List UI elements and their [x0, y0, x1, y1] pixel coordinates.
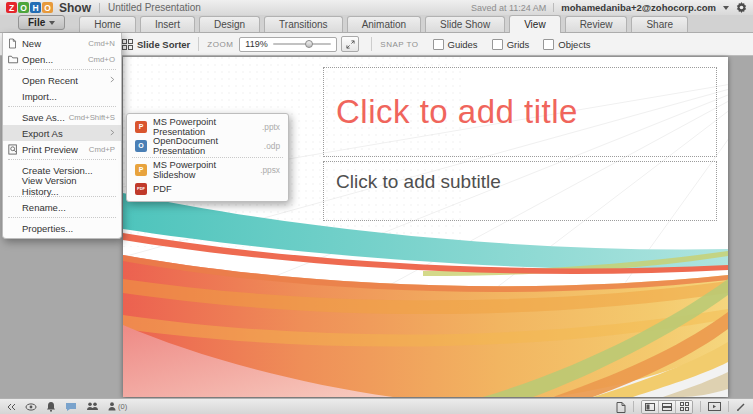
tab-view[interactable]: View: [509, 15, 561, 33]
title-placeholder[interactable]: Click to add title: [323, 67, 717, 157]
menu-item-label: Open...: [22, 54, 53, 65]
menu-item-print-preview[interactable]: Print Preview Cmd+P: [3, 141, 121, 157]
menu-item-export-as[interactable]: Export As: [3, 125, 121, 141]
document-title[interactable]: Untitled Presentation: [108, 2, 201, 13]
menu-item-label: Create Version...: [22, 165, 93, 176]
subtitle-placeholder[interactable]: Click to add subtitle: [323, 161, 717, 221]
objects-checkbox-group[interactable]: Objects: [543, 39, 590, 50]
export-ppsx-item[interactable]: P MS Powerpoint Slideshow .ppsx: [127, 160, 288, 179]
print-preview-icon: [8, 144, 22, 155]
logo-letter: Z: [6, 2, 17, 13]
menu-item-shortcut: Cmd+N: [88, 39, 115, 48]
menu-item-import[interactable]: Import...: [3, 88, 121, 104]
zoom-slider-thumb[interactable]: [305, 40, 313, 48]
divider: [553, 3, 554, 12]
slide-canvas[interactable]: Click to add title Click to add subtitle: [123, 57, 728, 397]
user-account-menu[interactable]: mohamedaniba+2@zohocorp.com: [561, 2, 716, 13]
export-item-extension: .odp: [264, 141, 280, 151]
export-item-extension: .ppsx: [260, 165, 280, 175]
snap-to-label: SNAP TO: [380, 40, 418, 49]
logo-letter: O: [18, 2, 29, 13]
eye-icon[interactable]: [25, 403, 37, 411]
export-item-extension: .pptx: [262, 122, 280, 132]
guides-checkbox-group[interactable]: Guides: [433, 39, 478, 50]
objects-checkbox[interactable]: [543, 39, 554, 50]
collaborator-count: (0): [118, 402, 127, 411]
opendocument-file-icon: O: [135, 140, 147, 152]
collapse-panel-icon[interactable]: [7, 403, 16, 411]
tab-share[interactable]: Share: [631, 16, 688, 32]
divider: [371, 37, 372, 51]
tab-home[interactable]: Home: [79, 16, 136, 32]
status-bar: (0): [0, 398, 753, 414]
menu-item-open[interactable]: Open... Cmd+O: [3, 51, 121, 67]
submenu-chevron-icon: [110, 129, 115, 138]
fit-to-screen-button[interactable]: [341, 36, 359, 52]
chevron-down-icon: [723, 6, 729, 10]
export-as-submenu: P MS Powerpoint Presentation .pptx O Ope…: [126, 113, 289, 202]
zoom-value: 119%: [245, 39, 267, 49]
tab-review[interactable]: Review: [565, 16, 628, 32]
menu-item-new[interactable]: New Cmd+N: [3, 35, 121, 51]
menu-item-open-recent[interactable]: Open Recent: [3, 72, 121, 88]
product-name: Show: [59, 1, 91, 15]
open-folder-icon: [8, 55, 22, 64]
grids-label: Grids: [507, 39, 530, 50]
tab-insert[interactable]: Insert: [140, 16, 195, 32]
logo-letter: H: [30, 2, 41, 13]
tab-design[interactable]: Design: [199, 16, 260, 32]
file-menu-button[interactable]: File: [18, 15, 65, 30]
zoho-logo[interactable]: Z O H O Show: [6, 1, 91, 15]
divider: [198, 37, 199, 51]
presence-icon[interactable]: (0): [108, 402, 127, 411]
file-menu-panel: New Cmd+N Open... Cmd+O Open Recent Impo…: [2, 33, 122, 239]
menu-item-shortcut: Cmd+Shift+S: [69, 113, 115, 122]
divider: [700, 401, 701, 412]
settings-gear-icon[interactable]: [736, 2, 747, 13]
slide-sorter-button[interactable]: Slide Sorter: [137, 39, 190, 50]
tab-transitions[interactable]: Transitions: [264, 16, 343, 32]
grid-view-button[interactable]: [676, 401, 692, 413]
menu-item-label: View Version History...: [22, 175, 115, 197]
grids-checkbox[interactable]: [492, 39, 503, 50]
guides-checkbox[interactable]: [433, 39, 444, 50]
export-item-label: MS Powerpoint Slideshow: [153, 160, 254, 180]
menu-item-label: Export As: [22, 128, 63, 139]
grids-checkbox-group[interactable]: Grids: [492, 39, 530, 50]
export-pptx-item[interactable]: P MS Powerpoint Presentation .pptx: [127, 117, 288, 136]
menu-item-rename[interactable]: Rename...: [3, 199, 121, 215]
menu-item-shortcut: Cmd+P: [89, 145, 115, 154]
menu-item-save-as[interactable]: Save As... Cmd+Shift+S: [3, 109, 121, 125]
export-item-label: PDF: [153, 184, 172, 194]
slideshow-file-icon: P: [135, 164, 147, 176]
tab-animation[interactable]: Animation: [347, 16, 421, 32]
slide-sorter-view-button[interactable]: [659, 401, 676, 413]
menu-item-label: Open Recent: [22, 75, 78, 86]
slide-sorter-icon: [122, 39, 133, 50]
logo-letter: O: [42, 2, 53, 13]
divider: [99, 3, 100, 13]
bell-icon[interactable]: [46, 401, 56, 412]
chevron-down-icon: [49, 21, 55, 25]
export-pdf-item[interactable]: PDF PDF: [127, 179, 288, 198]
divider: [728, 401, 729, 412]
menu-item-view-version-history[interactable]: View Version History...: [3, 178, 121, 194]
export-item-label: MS Powerpoint Presentation: [153, 117, 256, 137]
collaborators-icon[interactable]: [86, 402, 99, 411]
normal-view-button[interactable]: [642, 401, 659, 413]
menu-item-properties[interactable]: Properties...: [3, 220, 121, 236]
menu-item-label: Print Preview: [22, 144, 78, 155]
zoho-show-window: Z O H O Show Untitled Presentation Saved…: [0, 0, 753, 414]
menu-separator: [8, 159, 116, 160]
export-item-label: OpenDocument Presentation: [153, 136, 258, 156]
comments-icon[interactable]: [65, 402, 77, 412]
new-slide-icon[interactable]: [616, 401, 626, 413]
draw-pen-icon[interactable]: [736, 402, 746, 412]
zoom-slider[interactable]: [273, 43, 332, 45]
tab-slide-show[interactable]: Slide Show: [425, 16, 505, 32]
menu-item-label: New: [22, 38, 41, 49]
menu-separator: [8, 217, 116, 218]
present-slideshow-icon[interactable]: [708, 401, 721, 412]
pdf-file-icon: PDF: [135, 183, 147, 195]
export-odp-item[interactable]: O OpenDocument Presentation .odp: [127, 136, 288, 155]
